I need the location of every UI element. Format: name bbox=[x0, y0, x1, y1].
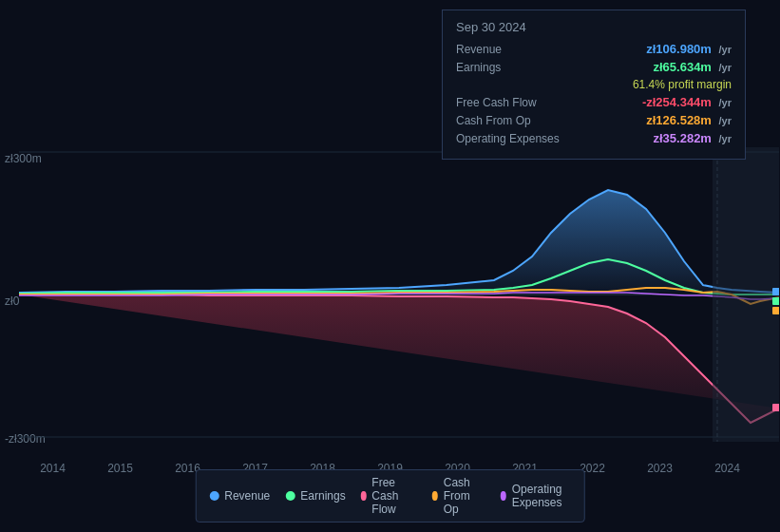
tooltip-row-fcf: Free Cash Flow -zł254.344m /yr bbox=[456, 95, 732, 109]
legend-label-opex: Operating Expenses bbox=[512, 483, 571, 509]
x-label-2023: 2023 bbox=[647, 462, 673, 475]
x-label-2014: 2014 bbox=[40, 462, 66, 475]
svg-rect-7 bbox=[772, 307, 779, 314]
legend-label-revenue: Revenue bbox=[224, 489, 270, 503]
tooltip-value-cfo: zł126.528m /yr bbox=[646, 113, 732, 127]
tooltip-date: Sep 30 2024 bbox=[456, 20, 732, 34]
legend-dot-fcf bbox=[361, 491, 367, 501]
tooltip: Sep 30 2024 Revenue zł106.980m /yr Earni… bbox=[442, 10, 746, 160]
x-label-2024: 2024 bbox=[714, 462, 740, 475]
legend: Revenue Earnings Free Cash Flow Cash Fro… bbox=[195, 469, 585, 522]
legend-label-fcf: Free Cash Flow bbox=[371, 476, 417, 516]
tooltip-value-margin: 61.4% profit margin bbox=[633, 78, 732, 91]
legend-dot-revenue bbox=[209, 491, 219, 501]
tooltip-label-fcf: Free Cash Flow bbox=[456, 96, 570, 109]
legend-dot-cfo bbox=[432, 491, 438, 501]
tooltip-label-opex: Operating Expenses bbox=[456, 132, 570, 145]
legend-item-cfo[interactable]: Cash From Op bbox=[432, 476, 485, 516]
svg-rect-6 bbox=[772, 297, 779, 305]
legend-item-fcf[interactable]: Free Cash Flow bbox=[361, 476, 417, 516]
legend-dot-opex bbox=[501, 491, 506, 501]
legend-item-earnings[interactable]: Earnings bbox=[285, 489, 345, 503]
legend-item-revenue[interactable]: Revenue bbox=[209, 489, 270, 503]
tooltip-value-fcf: -zł254.344m /yr bbox=[642, 95, 732, 109]
tooltip-row-cfo: Cash From Op zł126.528m /yr bbox=[456, 113, 732, 127]
chart-container: Sep 30 2024 Revenue zł106.980m /yr Earni… bbox=[0, 0, 780, 532]
svg-rect-4 bbox=[713, 147, 779, 442]
tooltip-row-revenue: Revenue zł106.980m /yr bbox=[456, 42, 732, 56]
legend-label-cfo: Cash From Op bbox=[444, 476, 485, 516]
tooltip-row-earnings: Earnings zł65.634m /yr bbox=[456, 60, 732, 74]
svg-rect-5 bbox=[772, 288, 779, 295]
legend-dot-earnings bbox=[285, 491, 295, 501]
legend-label-earnings: Earnings bbox=[300, 489, 345, 503]
y-label-mid: zł0 bbox=[5, 294, 19, 308]
tooltip-value-opex: zł35.282m /yr bbox=[653, 131, 732, 145]
tooltip-row-margin: 61.4% profit margin bbox=[456, 78, 732, 91]
legend-item-opex[interactable]: Operating Expenses bbox=[501, 483, 571, 509]
tooltip-value-revenue: zł106.980m /yr bbox=[646, 42, 732, 56]
tooltip-label-revenue: Revenue bbox=[456, 43, 570, 56]
main-chart bbox=[19, 147, 779, 442]
tooltip-label-cfo: Cash From Op bbox=[456, 114, 570, 127]
tooltip-row-opex: Operating Expenses zł35.282m /yr bbox=[456, 131, 732, 145]
tooltip-label-earnings: Earnings bbox=[456, 61, 570, 74]
svg-rect-8 bbox=[772, 404, 779, 411]
tooltip-value-earnings: zł65.634m /yr bbox=[653, 60, 732, 74]
x-label-2015: 2015 bbox=[107, 462, 133, 475]
